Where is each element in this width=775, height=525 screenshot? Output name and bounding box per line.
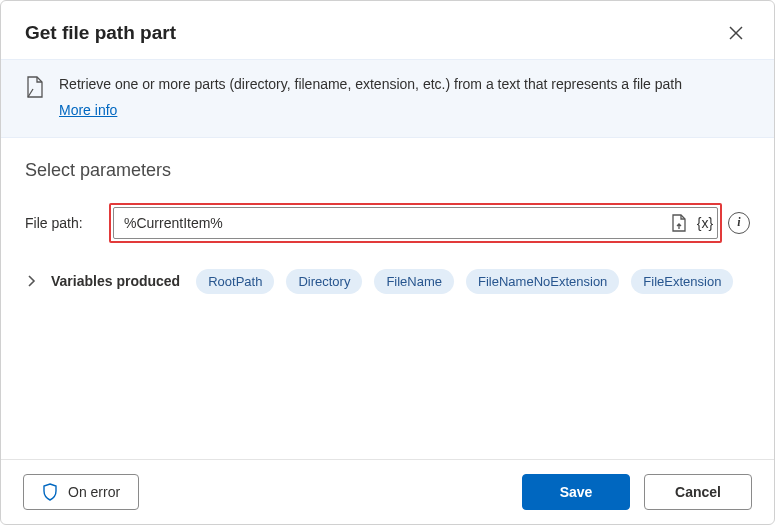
dialog-footer: On error Save Cancel (1, 459, 774, 524)
dialog-description: Retrieve one or more parts (directory, f… (59, 76, 682, 92)
cancel-button[interactable]: Cancel (644, 474, 752, 510)
variable-pill[interactable]: FileName (374, 269, 454, 294)
variable-pill[interactable]: Directory (286, 269, 362, 294)
variable-pill[interactable]: FileExtension (631, 269, 733, 294)
variable-pill[interactable]: FileNameNoExtension (466, 269, 619, 294)
dialog-title: Get file path part (25, 22, 176, 44)
info-icon[interactable]: i (728, 212, 750, 234)
param-row-file-path: File path: {x} i (25, 203, 750, 243)
dialog-get-file-path-part: Get file path part Retrieve one or more … (0, 0, 775, 525)
section-title: Select parameters (25, 160, 750, 181)
info-text-column: Retrieve one or more parts (directory, f… (59, 74, 750, 121)
file-path-field-wrap: {x} i (109, 203, 750, 243)
variable-pill[interactable]: RootPath (196, 269, 274, 294)
file-select-icon[interactable] (670, 214, 688, 232)
field-inline-icons: {x} (670, 214, 714, 232)
chevron-right-icon[interactable] (25, 275, 39, 287)
info-banner: Retrieve one or more parts (directory, f… (1, 59, 774, 138)
variable-picker-icon[interactable]: {x} (696, 214, 714, 232)
shield-icon (42, 483, 58, 501)
file-path-input[interactable] (113, 207, 718, 239)
variables-produced-label: Variables produced (51, 273, 180, 289)
file-icon (25, 74, 45, 101)
more-info-link[interactable]: More info (59, 100, 117, 120)
save-button[interactable]: Save (522, 474, 630, 510)
on-error-label: On error (68, 484, 120, 500)
close-button[interactable] (722, 19, 750, 47)
footer-right-buttons: Save Cancel (522, 474, 752, 510)
field-highlight (109, 203, 722, 243)
dialog-body: Select parameters File path: {x} i (1, 138, 774, 459)
variables-produced-row: Variables produced RootPath Directory Fi… (25, 269, 750, 294)
dialog-header: Get file path part (1, 1, 774, 59)
on-error-button[interactable]: On error (23, 474, 139, 510)
close-icon (729, 26, 743, 40)
file-path-label: File path: (25, 215, 97, 231)
